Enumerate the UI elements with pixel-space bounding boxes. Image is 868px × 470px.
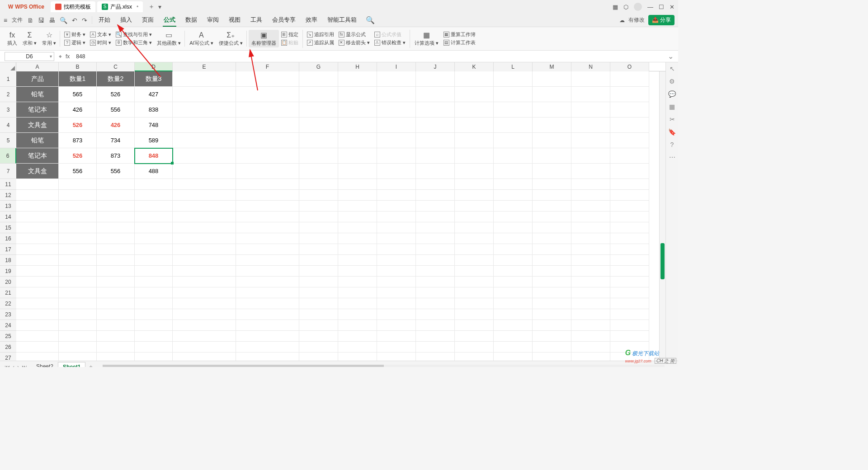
row-header-27[interactable]: 27 [0, 352, 16, 361]
cube-icon[interactable]: ⬡ [623, 4, 628, 10]
cell-M15[interactable] [533, 222, 571, 233]
cell-K26[interactable] [455, 342, 494, 352]
cell-H1[interactable] [338, 71, 377, 87]
cell-L4[interactable] [494, 118, 533, 133]
redo-icon[interactable]: ↷ [82, 17, 87, 24]
grid-body[interactable]: 产品数量1数量2数量3铅笔565526427笔记本426556838文具盒526… [16, 71, 649, 361]
cell-A3[interactable]: 笔记本 [16, 102, 59, 118]
cell-G20[interactable] [299, 277, 338, 287]
column-header-L[interactable]: L [494, 62, 533, 71]
logic-button[interactable]: ?逻辑 ▾ [64, 39, 85, 46]
cell-F22[interactable] [236, 298, 299, 309]
cell-C16[interactable] [97, 233, 135, 244]
cell-L6[interactable] [494, 148, 533, 164]
row-header-25[interactable]: 25 [0, 331, 16, 342]
cell-N6[interactable] [571, 148, 610, 164]
cell-O22[interactable] [610, 298, 649, 309]
row-header-6[interactable]: 6 [0, 148, 16, 164]
cell-I21[interactable] [377, 287, 416, 298]
cell-I23[interactable] [377, 309, 416, 320]
cell-M27[interactable] [533, 352, 571, 361]
cell-A23[interactable] [16, 309, 59, 320]
cell-B7[interactable]: 556 [59, 164, 97, 179]
cell-C15[interactable] [97, 222, 135, 233]
column-header-K[interactable]: K [455, 62, 494, 71]
undo-icon[interactable]: ↶ [72, 17, 77, 24]
print-icon[interactable]: 🖶 [49, 17, 55, 24]
cell-N20[interactable] [571, 277, 610, 287]
cell-O11[interactable] [610, 179, 649, 190]
add-sheet-button[interactable]: ＋ [88, 363, 94, 367]
cell-J17[interactable] [416, 244, 455, 255]
cell-A27[interactable] [16, 352, 59, 361]
preview-icon[interactable]: 🔍 [60, 17, 67, 24]
cell-N22[interactable] [571, 298, 610, 309]
cell-N19[interactable] [571, 266, 610, 277]
cell-D6[interactable]: 848 [135, 148, 173, 164]
cell-H18[interactable] [338, 255, 377, 266]
cell-F18[interactable] [236, 255, 299, 266]
cell-D18[interactable] [135, 255, 173, 266]
cell-F17[interactable] [236, 244, 299, 255]
cell-D23[interactable] [135, 309, 173, 320]
cell-F25[interactable] [236, 331, 299, 342]
cell-H17[interactable] [338, 244, 377, 255]
cell-L7[interactable] [494, 164, 533, 179]
cell-I17[interactable] [377, 244, 416, 255]
cell-M19[interactable] [533, 266, 571, 277]
cell-F7[interactable] [236, 164, 299, 179]
cell-B14[interactable] [59, 212, 97, 222]
cell-C23[interactable] [97, 309, 135, 320]
cell-H27[interactable] [338, 352, 377, 361]
cell-A5[interactable]: 铅笔 [16, 133, 59, 148]
cell-D5[interactable]: 589 [135, 133, 173, 148]
cell-M22[interactable] [533, 298, 571, 309]
menu-审阅[interactable]: 审阅 [206, 14, 220, 27]
row-header-1[interactable]: 1 [0, 71, 16, 87]
cell-C7[interactable]: 556 [97, 164, 135, 179]
ai-formula-button[interactable]: AAI写公式 ▾ [187, 31, 216, 47]
cell-M7[interactable] [533, 164, 571, 179]
cell-L11[interactable] [494, 179, 533, 190]
row-header-26[interactable]: 26 [0, 342, 16, 352]
cell-L2[interactable] [494, 87, 533, 102]
goto-icon[interactable]: ⌖ [59, 53, 62, 60]
bookmark-icon[interactable]: 🔖 [668, 128, 676, 136]
cell-C22[interactable] [97, 298, 135, 309]
cell-B19[interactable] [59, 266, 97, 277]
cell-E12[interactable] [173, 190, 236, 201]
column-header-E[interactable]: E [173, 62, 236, 71]
cell-K18[interactable] [455, 255, 494, 266]
sheet-tab-Sheet2[interactable]: Sheet2 [32, 362, 58, 367]
cell-A16[interactable] [16, 233, 59, 244]
cell-H2[interactable] [338, 87, 377, 102]
name-box[interactable]: D6 ▾ [5, 52, 54, 61]
show-formula-button[interactable]: fx显示公式 [339, 31, 370, 38]
cell-J2[interactable] [416, 87, 455, 102]
minimize-button[interactable]: — [647, 4, 653, 10]
cell-M18[interactable] [533, 255, 571, 266]
cell-N12[interactable] [571, 190, 610, 201]
cell-C18[interactable] [97, 255, 135, 266]
cell-L27[interactable] [494, 352, 533, 361]
cell-B3[interactable]: 426 [59, 102, 97, 118]
remove-arrows-button[interactable]: ✕移去箭头 ▾ [339, 39, 370, 46]
menu-智能工具箱[interactable]: 智能工具箱 [326, 14, 358, 27]
cell-K20[interactable] [455, 277, 494, 287]
cell-B26[interactable] [59, 342, 97, 352]
first-sheet-button[interactable]: ⏮ [5, 364, 10, 367]
column-header-M[interactable]: M [533, 62, 571, 71]
cell-C3[interactable]: 556 [97, 102, 135, 118]
cell-B2[interactable]: 565 [59, 87, 97, 102]
cell-D19[interactable] [135, 266, 173, 277]
cell-I13[interactable] [377, 201, 416, 212]
cell-N17[interactable] [571, 244, 610, 255]
cell-C6[interactable]: 873 [97, 148, 135, 164]
cell-I11[interactable] [377, 179, 416, 190]
cell-M13[interactable] [533, 201, 571, 212]
cell-B1[interactable]: 数量1 [59, 71, 97, 87]
select-all-corner[interactable] [0, 62, 16, 71]
menu-公式[interactable]: 公式 [163, 14, 176, 27]
cell-L15[interactable] [494, 222, 533, 233]
cell-L12[interactable] [494, 190, 533, 201]
